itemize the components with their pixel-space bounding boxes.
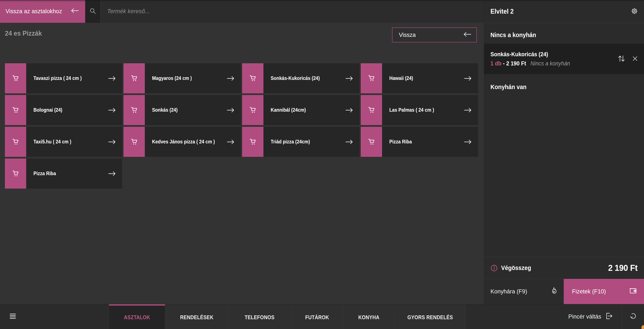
corner-accent	[642, 325, 644, 329]
cart-icon	[5, 127, 26, 157]
sidebar-actions: Konyhára (F9) Fizetek (F10)	[484, 279, 644, 304]
order-item-actions	[617, 54, 638, 64]
flame-icon	[550, 287, 558, 297]
order-item-separator: -	[502, 60, 506, 67]
cart-icon	[5, 63, 26, 93]
cart-icon	[242, 95, 264, 125]
tab-label: FUTÁROK	[305, 314, 329, 320]
arrow-right-icon	[346, 139, 353, 145]
arrow-right-icon	[464, 139, 472, 145]
product-tile-body: Triád pizza (24cm)	[264, 127, 360, 157]
order-item-quantity: 1 db	[490, 60, 502, 67]
order-item-text: Sonkás-Kukoricás (24)1 db - 2 190 FtNinc…	[490, 51, 617, 67]
product-tile[interactable]: Magyaros (24 cm )	[124, 63, 241, 93]
product-tile-body: Bolognai (24)	[26, 95, 122, 125]
section-label-in-kitchen: Konyhán van	[484, 74, 644, 96]
tab-asztalok[interactable]: ASZTALOK	[109, 304, 165, 329]
product-tile[interactable]: Sonkás (24)	[124, 95, 241, 125]
hamburger-icon	[10, 314, 16, 320]
pay-button-label: Fizetek (F10)	[572, 288, 606, 295]
total-value: 2 190 Ft	[606, 263, 638, 273]
tab-futarok[interactable]: FUTÁROK	[291, 304, 343, 329]
order-item-note: Nincs a konyhán	[530, 60, 570, 67]
product-tile[interactable]: Tavaszi pizza ( 24 cm )	[5, 63, 122, 93]
product-tile[interactable]: Pizza Riba	[5, 159, 122, 189]
cart-icon	[5, 159, 26, 189]
tab-telefonos[interactable]: TELEFONOS	[228, 304, 291, 329]
product-tile-body: Kedves János pizza ( 24 cm )	[145, 127, 241, 157]
product-tile[interactable]: Pizza Riba	[361, 127, 478, 157]
settings-button[interactable]	[630, 7, 638, 16]
product-name: Kedves János pizza ( 24 cm )	[152, 138, 227, 145]
back-to-tables-button[interactable]: Vissza az asztalokhoz	[0, 0, 85, 23]
product-name: Sonkás-Kukoricás (24)	[271, 75, 346, 82]
product-name: Pizza Riba	[34, 170, 108, 177]
pay-button[interactable]: Fizetek (F10)	[564, 279, 644, 304]
product-tile[interactable]: Sonkás-Kukoricás (24)	[242, 63, 360, 93]
product-name: Taxi5.hu ( 24 cm )	[34, 138, 108, 145]
sort-button[interactable]	[617, 54, 626, 64]
info-icon[interactable]	[490, 264, 498, 272]
cart-icon	[361, 95, 382, 125]
kitchen-button[interactable]: Konyhára (F9)	[484, 279, 564, 304]
product-name: Tavaszi pizza ( 24 cm )	[34, 75, 108, 82]
sidebar-spacer	[484, 96, 644, 257]
search-input[interactable]	[101, 0, 484, 23]
product-tile[interactable]: Bolognai (24)	[5, 95, 122, 125]
refresh-icon	[629, 312, 637, 321]
product-tile[interactable]: Hawaii (24)	[361, 63, 478, 93]
tab-konyha[interactable]: KONYHA	[343, 304, 394, 329]
waiter-switch-button[interactable]: Pincér váltás	[568, 312, 622, 321]
order-item-price: 2 190 Ft	[506, 60, 526, 67]
remove-item-button[interactable]	[632, 56, 638, 63]
back-button-label: Vissza	[399, 32, 416, 38]
product-name: Las Palmas ( 24 cm )	[389, 107, 464, 114]
arrow-left-icon	[71, 8, 79, 15]
order-title: Elvitel 2	[490, 8, 515, 15]
product-name: Pizza Riba	[389, 138, 464, 145]
waiter-switch-label: Pincér váltás	[568, 313, 601, 320]
cart-icon	[242, 127, 264, 157]
logout-icon	[605, 312, 613, 321]
product-tile[interactable]: Taxi5.hu ( 24 cm )	[5, 127, 122, 157]
product-name: Magyaros (24 cm )	[152, 75, 227, 82]
order-item[interactable]: Sonkás-Kukoricás (24)1 db - 2 190 FtNinc…	[484, 44, 644, 74]
product-tile-body: Magyaros (24 cm )	[145, 63, 241, 93]
tab-gyors-rendeles[interactable]: GYORS RENDELÉS	[394, 304, 466, 329]
total-row: Végösszeg 2 190 Ft	[484, 257, 644, 279]
product-tile-body: Pizza Riba	[26, 159, 122, 189]
product-tile[interactable]: Kedves János pizza ( 24 cm )	[124, 127, 241, 157]
back-button[interactable]: Vissza	[392, 28, 477, 42]
arrow-right-icon	[227, 76, 234, 81]
tab-rendelesek[interactable]: RENDELÉSEK	[165, 304, 228, 329]
product-tile-body: Hawaii (24)	[382, 63, 478, 93]
product-tile-body: Sonkás-Kukoricás (24)	[264, 63, 360, 93]
arrow-right-icon	[108, 107, 116, 113]
product-name: Triád pizza (24cm)	[271, 138, 346, 145]
arrow-right-icon	[108, 76, 116, 81]
cart-icon	[5, 95, 26, 125]
tab-label: RENDELÉSEK	[180, 314, 213, 320]
refresh-button[interactable]	[622, 304, 644, 329]
product-name: Sonkás (24)	[152, 107, 227, 114]
gear-icon	[630, 7, 638, 16]
cart-icon	[124, 127, 145, 157]
nav-tabs: ASZTALOKRENDELÉSEKTELEFONOSFUTÁROKKONYHA…	[109, 304, 466, 329]
menu-button[interactable]	[10, 304, 16, 329]
pos-app: Vissza az asztalokhoz 24 es Pizzák Vissz…	[0, 0, 644, 329]
product-tile[interactable]: Kannibál (24cm)	[242, 95, 360, 125]
product-name: Bolognai (24)	[34, 107, 108, 114]
arrow-right-icon	[464, 107, 472, 113]
not-in-kitchen-list: Sonkás-Kukoricás (24)1 db - 2 190 FtNinc…	[484, 44, 644, 74]
cart-icon	[124, 63, 145, 93]
product-name: Kannibál (24cm)	[271, 107, 346, 114]
order-header: Elvitel 2	[484, 0, 644, 23]
bottom-nav-right: Pincér váltás	[568, 304, 644, 329]
product-tile[interactable]: Las Palmas ( 24 cm )	[361, 95, 478, 125]
total-label: Végösszeg	[501, 264, 606, 271]
back-to-tables-label: Vissza az asztalokhoz	[6, 8, 62, 15]
cart-icon	[124, 95, 145, 125]
tab-label: GYORS RENDELÉS	[408, 314, 453, 320]
arrow-right-icon	[108, 171, 116, 176]
product-tile[interactable]: Triád pizza (24cm)	[242, 127, 360, 157]
